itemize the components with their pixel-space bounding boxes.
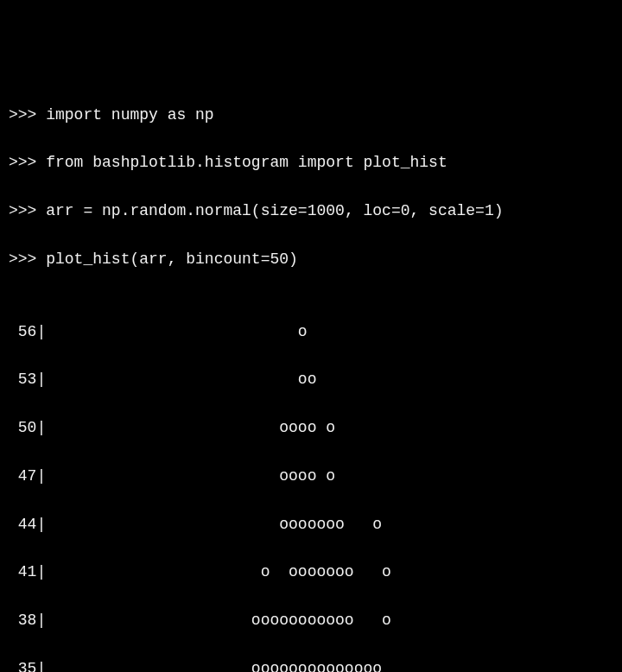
- hist-row: 44| ooooooo o: [9, 513, 613, 537]
- repl-code: import numpy as np: [46, 106, 213, 124]
- repl-code: from bashplotlib.histogram import plot_h…: [46, 154, 447, 171]
- repl-prompt: >>>: [9, 250, 46, 268]
- repl-line-1[interactable]: >>> import numpy as np: [9, 104, 613, 128]
- repl-prompt: >>>: [9, 154, 46, 171]
- repl-code: plot_hist(arr, bincount=50): [46, 250, 298, 268]
- hist-row: 50| oooo o: [9, 416, 613, 441]
- repl-prompt: >>>: [9, 106, 46, 124]
- repl-code: arr = np.random.normal(size=1000, loc=0,…: [46, 202, 503, 219]
- hist-row: 47| oooo o: [9, 465, 613, 489]
- hist-row: 41| o ooooooo o: [9, 561, 613, 585]
- hist-row: 38| ooooooooooo o: [9, 609, 613, 633]
- hist-row: 53| oo: [9, 368, 613, 392]
- hist-row: 56| o: [9, 320, 613, 345]
- repl-prompt: >>>: [9, 202, 46, 219]
- repl-line-4[interactable]: >>> plot_hist(arr, bincount=50): [9, 248, 613, 272]
- repl-line-3[interactable]: >>> arr = np.random.normal(size=1000, lo…: [9, 200, 613, 224]
- hist-row: 35| oooooooooooooo: [9, 657, 613, 672]
- repl-line-2[interactable]: >>> from bashplotlib.histogram import pl…: [9, 151, 613, 175]
